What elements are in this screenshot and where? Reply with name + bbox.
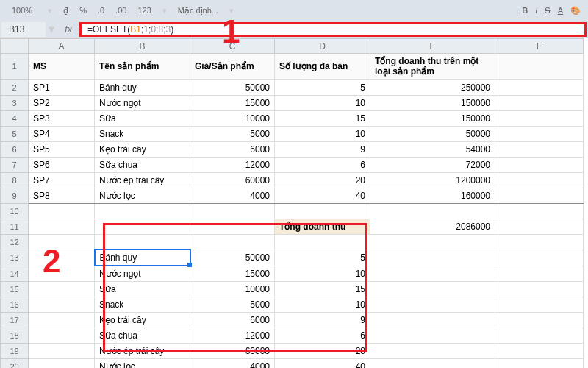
cell[interactable] [370, 266, 495, 282]
col-header-f[interactable]: F [495, 39, 584, 54]
row-header[interactable]: 4 [1, 110, 29, 126]
row-header[interactable]: 16 [1, 297, 29, 313]
cell[interactable]: 6 [275, 157, 370, 172]
cell[interactable]: Tên sản phẩm [95, 54, 190, 80]
cell[interactable]: 250000 [370, 79, 495, 95]
cell[interactable]: 5 [275, 250, 370, 266]
cell[interactable] [370, 344, 495, 359]
row-header[interactable]: 18 [1, 328, 29, 344]
cell[interactable]: 60000 [190, 344, 275, 359]
row-header[interactable]: 13 [1, 250, 29, 266]
cell[interactable] [190, 234, 275, 250]
cell[interactable] [29, 250, 95, 266]
cell[interactable] [190, 203, 275, 219]
cell[interactable] [495, 313, 584, 328]
font-default-dropdown[interactable]: Mặc định... [178, 6, 218, 15]
cell[interactable]: Bánh quy [95, 79, 190, 95]
cell[interactable]: SP5 [29, 141, 95, 157]
row-header[interactable]: 9 [1, 188, 29, 203]
cell[interactable]: 10 [275, 266, 370, 282]
cell[interactable] [495, 219, 584, 234]
row-header[interactable]: 12 [1, 234, 29, 250]
cell[interactable]: Nước ngọt [95, 266, 190, 282]
cell[interactable]: Bánh quy [95, 250, 190, 266]
cell[interactable]: SP8 [29, 188, 95, 203]
cell[interactable]: 40 [275, 188, 370, 203]
text-color-icon[interactable]: A [558, 6, 563, 15]
decrease-decimal-icon[interactable]: .0 [98, 6, 104, 15]
cell[interactable]: 50000 [190, 250, 275, 266]
row-header[interactable]: 20 [1, 359, 29, 368]
row-header[interactable]: 17 [1, 313, 29, 328]
row-header[interactable]: 10 [1, 203, 29, 219]
cell[interactable]: 15 [275, 110, 370, 126]
bold-icon[interactable]: B [522, 6, 528, 15]
cell[interactable] [495, 266, 584, 282]
select-all-corner[interactable] [1, 39, 29, 54]
cell[interactable] [495, 79, 584, 95]
cell[interactable]: 6000 [190, 141, 275, 157]
cell[interactable] [370, 359, 495, 368]
cell[interactable]: SP7 [29, 172, 95, 188]
cell[interactable]: 6000 [190, 313, 275, 328]
cell[interactable] [275, 203, 370, 219]
cell[interactable]: 50000 [190, 79, 275, 95]
cell[interactable] [275, 234, 370, 250]
cell[interactable]: Sữa [95, 282, 190, 297]
cell[interactable] [95, 219, 190, 234]
cell[interactable]: 10000 [190, 282, 275, 297]
cell-summary-label[interactable]: Tổng doanh thu [275, 219, 370, 234]
cell[interactable] [370, 282, 495, 297]
cell[interactable]: Nước lọc [95, 188, 190, 203]
cell[interactable] [495, 172, 584, 188]
cell[interactable] [495, 141, 584, 157]
formula-input[interactable]: =OFFSET(B1;1;0;8;3) [79, 22, 587, 37]
cell[interactable] [495, 234, 584, 250]
cell[interactable] [95, 203, 190, 219]
currency-icon[interactable]: ₫ [63, 6, 68, 15]
cell[interactable] [370, 297, 495, 313]
cell[interactable] [370, 234, 495, 250]
cell[interactable] [95, 234, 190, 250]
cell[interactable]: Nước ép trái cây [95, 172, 190, 188]
cell[interactable] [29, 266, 95, 282]
cell[interactable] [190, 219, 275, 234]
cell[interactable] [29, 313, 95, 328]
row-header[interactable]: 5 [1, 126, 29, 141]
col-header-b[interactable]: B [95, 39, 190, 54]
strike-icon[interactable]: S [545, 6, 550, 15]
cell[interactable] [370, 328, 495, 344]
cell[interactable] [29, 203, 95, 219]
cell[interactable]: Giá/Sản phẩm [190, 54, 275, 80]
cell[interactable] [370, 313, 495, 328]
row-header[interactable]: 1 [1, 54, 29, 80]
increase-decimal-icon[interactable]: .00 [115, 6, 126, 15]
cell[interactable]: 160000 [370, 188, 495, 203]
row-header[interactable]: 8 [1, 172, 29, 188]
cell[interactable]: 9 [275, 141, 370, 157]
row-header[interactable]: 2 [1, 79, 29, 95]
cell[interactable]: 12000 [190, 328, 275, 344]
cell[interactable] [495, 110, 584, 126]
cell[interactable]: Sữa chua [95, 328, 190, 344]
cell[interactable]: 5000 [190, 126, 275, 141]
zoom-dropdown[interactable]: 100% [7, 4, 37, 16]
row-header[interactable]: 3 [1, 95, 29, 110]
cell[interactable]: 60000 [190, 172, 275, 188]
cell[interactable] [495, 95, 584, 110]
cell[interactable]: 12000 [190, 157, 275, 172]
cell[interactable]: 15000 [190, 266, 275, 282]
cell[interactable]: 54000 [370, 141, 495, 157]
row-header[interactable]: 19 [1, 344, 29, 359]
cell[interactable] [495, 282, 584, 297]
row-header[interactable]: 11 [1, 219, 29, 234]
cell[interactable]: Nước ép trái cây [95, 344, 190, 359]
cell[interactable]: 15000 [190, 95, 275, 110]
cell[interactable]: Kẹo trái cây [95, 313, 190, 328]
cell[interactable] [29, 219, 95, 234]
cell[interactable]: SP6 [29, 157, 95, 172]
cell[interactable]: 4000 [190, 359, 275, 368]
cell[interactable]: Sữa chua [95, 157, 190, 172]
cell[interactable]: 72000 [370, 157, 495, 172]
cell[interactable]: 10 [275, 95, 370, 110]
